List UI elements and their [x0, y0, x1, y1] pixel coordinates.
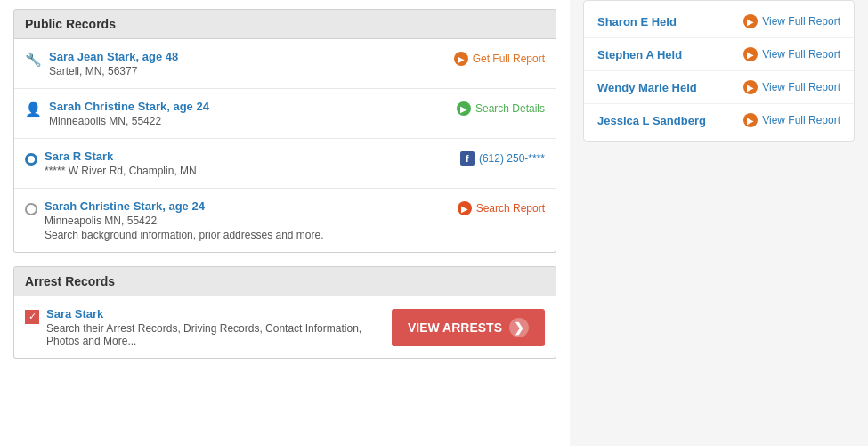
record-action-1[interactable]: ▶ Get Full Report — [454, 52, 545, 66]
right-person-name-4[interactable]: Jessica L Sandberg — [597, 114, 706, 127]
right-person-name-1[interactable]: Sharon E Held — [597, 15, 677, 28]
arrest-records-list: ✓ Sara Stark Search their Arrest Records… — [13, 296, 556, 359]
dot-empty-icon — [25, 201, 37, 218]
record-address-1: Sartell, MN, 56377 — [49, 65, 445, 77]
arrest-records-header: Arrest Records — [13, 266, 556, 296]
dot-blue-icon — [25, 151, 37, 168]
list-item: Stephen A Held ▶ View Full Report — [584, 38, 854, 71]
record-name-3[interactable]: Sara R Stark — [45, 150, 113, 163]
checkbox-red-icon: ✓ — [25, 309, 39, 324]
play-icon-right-4: ▶ — [743, 113, 758, 127]
list-item: Jessica L Sandberg ▶ View Full Report — [584, 104, 854, 136]
play-icon-right-1: ▶ — [743, 14, 758, 28]
arrest-records-section: Arrest Records ✓ Sara Stark Search their… — [13, 266, 556, 359]
right-action-1[interactable]: ▶ View Full Report — [743, 14, 840, 28]
play-icon-red: ▶ — [458, 201, 472, 215]
arrow-icon: ❯ — [509, 318, 529, 337]
right-action-2[interactable]: ▶ View Full Report — [743, 47, 840, 61]
view-arrests-label: VIEW ARRESTS — [408, 320, 502, 335]
record-address-4: Minneapolis MN, 55422 — [45, 215, 449, 227]
wrench-icon: 🔧 — [25, 52, 42, 68]
record-name-1[interactable]: Sara Jean Stark, age 48 — [49, 50, 178, 63]
right-panel: Sharon E Held ▶ View Full Report Stephen… — [570, 0, 868, 446]
record-address-3: ***** W River Rd, Champlin, MN — [45, 165, 451, 177]
arrest-desc-1: Search their Arrest Records, Driving Rec… — [46, 322, 383, 347]
table-row: ✓ Sara Stark Search their Arrest Records… — [14, 296, 556, 358]
right-action-3[interactable]: ▶ View Full Report — [743, 80, 840, 94]
public-records-section: Public Records 🔧 Sara Jean Stark, age 48… — [13, 9, 556, 253]
table-row: 🔧 Sara Jean Stark, age 48 Sartell, MN, 5… — [14, 39, 556, 89]
table-row: 👤 Sarah Christine Stark, age 24 Minneapo… — [14, 89, 556, 139]
play-icon-right-2: ▶ — [743, 47, 758, 61]
table-row: Sara R Stark ***** W River Rd, Champlin,… — [14, 139, 556, 189]
person-icon: 👤 — [25, 101, 42, 118]
right-person-name-3[interactable]: Wendy Marie Held — [597, 81, 697, 94]
record-desc-4: Search background information, prior add… — [45, 229, 449, 241]
record-action-4[interactable]: ▶ Search Report — [458, 201, 545, 215]
record-address-2: Minneapolis MN, 55422 — [49, 115, 448, 127]
play-icon-green: ▶ — [457, 101, 471, 116]
list-item: Wendy Marie Held ▶ View Full Report — [584, 71, 854, 104]
record-name-2[interactable]: Sarah Christine Stark, age 24 — [49, 100, 209, 113]
arrest-name-1[interactable]: Sara Stark — [46, 307, 103, 320]
play-icon-right-3: ▶ — [743, 80, 758, 94]
right-people-card: Sharon E Held ▶ View Full Report Stephen… — [583, 0, 855, 142]
facebook-icon: f — [460, 151, 475, 166]
play-icon-orange: ▶ — [454, 52, 468, 66]
record-action-2[interactable]: ▶ Search Details — [457, 101, 545, 116]
right-person-name-2[interactable]: Stephen A Held — [597, 48, 682, 61]
right-action-4[interactable]: ▶ View Full Report — [743, 113, 840, 127]
public-records-list: 🔧 Sara Jean Stark, age 48 Sartell, MN, 5… — [13, 39, 556, 253]
view-arrests-button[interactable]: VIEW ARRESTS ❯ — [392, 309, 545, 346]
list-item: Sharon E Held ▶ View Full Report — [584, 5, 854, 38]
record-name-4[interactable]: Sarah Christine Stark, age 24 — [45, 199, 205, 213]
table-row: Sarah Christine Stark, age 24 Minneapoli… — [14, 189, 556, 252]
public-records-header: Public Records — [13, 9, 556, 39]
record-action-3[interactable]: f (612) 250-**** — [460, 151, 545, 166]
left-panel: Public Records 🔧 Sara Jean Stark, age 48… — [0, 0, 570, 446]
